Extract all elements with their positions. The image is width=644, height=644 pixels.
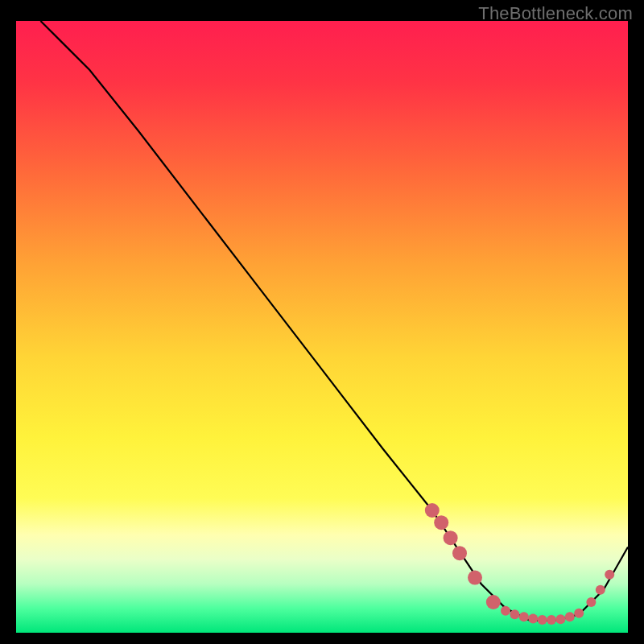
marker-dot xyxy=(555,614,565,624)
marker-dot xyxy=(444,530,458,545)
marker-dot xyxy=(528,614,538,624)
marker-dot xyxy=(519,612,529,621)
chart-stage: TheBottleneck.com xyxy=(0,0,644,644)
marker-dot xyxy=(574,609,584,618)
marker-dot xyxy=(501,606,510,616)
marker-dot xyxy=(425,503,440,518)
marker-dot xyxy=(434,515,448,530)
chart-plot xyxy=(16,21,628,633)
marker-dot xyxy=(538,615,547,625)
marker-dot xyxy=(510,609,519,619)
chart-svg xyxy=(16,21,628,633)
marker-dot xyxy=(452,546,467,560)
watermark-text: TheBottleneck.com xyxy=(478,3,633,24)
marker-dot xyxy=(596,585,605,595)
marker-dot xyxy=(586,597,596,607)
marker-dot xyxy=(468,571,482,585)
marker-dot xyxy=(565,612,575,621)
marker-dot xyxy=(486,595,501,609)
marker-dot xyxy=(547,615,556,625)
marker-dot xyxy=(605,570,614,580)
chart-background xyxy=(16,21,628,633)
